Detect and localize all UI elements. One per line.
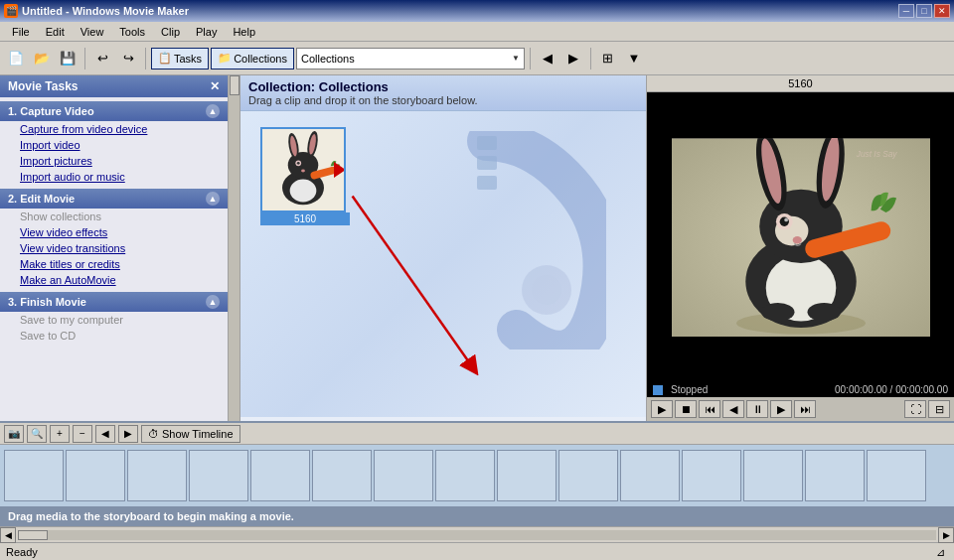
- step-forward-button[interactable]: ▶: [770, 400, 792, 418]
- minimize-button[interactable]: ─: [898, 4, 914, 18]
- sidebar-header: Movie Tasks ✕: [0, 75, 228, 97]
- menu-clip[interactable]: Clip: [153, 24, 188, 40]
- collections-toggle[interactable]: 📁 Collections: [211, 48, 294, 70]
- frame-13[interactable]: [805, 450, 865, 501]
- scroll-thumb[interactable]: [18, 530, 48, 540]
- split-button[interactable]: ⊟: [928, 400, 950, 418]
- link-import-video[interactable]: Import video: [0, 137, 228, 153]
- storyboard-search-button[interactable]: 🔍: [27, 425, 47, 443]
- combo-arrow-icon: ▼: [512, 54, 520, 63]
- svg-point-31: [779, 216, 788, 225]
- collections-subtitle: Drag a clip and drop it on the storyboar…: [248, 94, 638, 106]
- close-button[interactable]: ✕: [934, 4, 950, 18]
- frame-14[interactable]: [867, 450, 926, 501]
- clip-image[interactable]: [260, 127, 346, 212]
- open-button[interactable]: 📂: [30, 47, 54, 70]
- collections-header: Collection: Collections Drag a clip and …: [240, 75, 646, 111]
- stop-button[interactable]: ⏹: [675, 400, 697, 418]
- storyboard-toolbar: 📷 🔍 + − ◀ ▶ ⏱ Show Timeline: [0, 423, 954, 445]
- storyboard-zoom-in-button[interactable]: +: [50, 425, 70, 443]
- link-view-effects[interactable]: View video effects: [0, 224, 228, 240]
- frame-5[interactable]: [312, 450, 372, 501]
- scroll-track[interactable]: [18, 530, 936, 540]
- drag-hint: Drag media to the storyboard to begin ma…: [0, 506, 954, 526]
- frame-3[interactable]: [189, 450, 248, 501]
- collection-combo-value: Collections: [301, 53, 355, 65]
- clip-thumbnail[interactable]: 5160: [260, 127, 350, 225]
- preview-timecode: 00:00:00.00 / 00:00:00.00: [835, 384, 948, 395]
- fullscreen-button[interactable]: ⛶: [904, 400, 926, 418]
- frame-0[interactable]: [4, 450, 64, 501]
- frame-6[interactable]: [374, 450, 433, 501]
- sidebar-scroll-thumb[interactable]: [230, 75, 239, 95]
- menu-play[interactable]: Play: [188, 24, 225, 40]
- svg-point-14: [297, 162, 300, 165]
- step-back-button[interactable]: ◀: [722, 400, 744, 418]
- frame-8[interactable]: [497, 450, 556, 501]
- svg-point-36: [807, 302, 840, 321]
- storyboard-next-button[interactable]: ▶: [118, 425, 138, 443]
- redo-button[interactable]: ↪: [116, 47, 140, 70]
- sidebar-scrollbar[interactable]: [229, 75, 240, 421]
- frame-11[interactable]: [682, 450, 741, 501]
- rewind-button[interactable]: ⏮: [699, 400, 720, 418]
- menu-tools[interactable]: Tools: [111, 24, 153, 40]
- collection-dropdown[interactable]: Collections ▼: [296, 48, 525, 70]
- frame-2[interactable]: [127, 450, 187, 501]
- svg-rect-1: [477, 156, 497, 170]
- tasks-toggle[interactable]: 📋 Tasks: [151, 48, 209, 70]
- view-arrow-button[interactable]: ▼: [622, 47, 646, 70]
- resize-grip[interactable]: ⊿: [936, 546, 948, 558]
- scroll-left-button[interactable]: ◀: [0, 527, 16, 543]
- fast-forward-button[interactable]: ⏭: [794, 400, 816, 418]
- frame-12[interactable]: [743, 450, 803, 501]
- menu-view[interactable]: View: [73, 24, 112, 40]
- frame-1[interactable]: [66, 450, 125, 501]
- svg-point-32: [784, 217, 788, 221]
- play-button[interactable]: ▶: [651, 400, 673, 418]
- link-view-transitions[interactable]: View video transitions: [0, 240, 228, 256]
- svg-point-8: [290, 180, 317, 203]
- svg-line-17: [353, 196, 473, 367]
- section-edit-expand[interactable]: ▲: [206, 192, 220, 206]
- nav-forward-button[interactable]: ▶: [561, 47, 585, 70]
- section-capture[interactable]: 1. Capture Video ▲: [0, 101, 228, 121]
- clip-label: 5160: [260, 212, 350, 225]
- section-edit[interactable]: 2. Edit Movie ▲: [0, 189, 228, 209]
- menu-edit[interactable]: Edit: [38, 24, 73, 40]
- frame-10[interactable]: [620, 450, 680, 501]
- horizontal-scrollbar[interactable]: ◀ ▶: [0, 526, 954, 542]
- scroll-right-button[interactable]: ▶: [938, 527, 954, 543]
- view-toggle-button[interactable]: ⊞: [596, 47, 620, 70]
- section-finish[interactable]: 3. Finish Movie ▲: [0, 292, 228, 312]
- frame-9[interactable]: [558, 450, 618, 501]
- link-capture-device[interactable]: Capture from video device: [0, 121, 228, 137]
- preview-status-bar: Stopped 00:00:00.00 / 00:00:00.00: [647, 382, 954, 397]
- section-capture-expand[interactable]: ▲: [206, 104, 220, 118]
- transport-controls: ▶ ⏹ ⏮ ◀ ⏸ ▶ ⏭ ⛶ ⊟: [647, 397, 954, 421]
- maximize-button[interactable]: □: [916, 4, 932, 18]
- storyboard-zoom-out-button[interactable]: −: [73, 425, 92, 443]
- save-button[interactable]: 💾: [56, 47, 80, 70]
- undo-button[interactable]: ↩: [90, 47, 114, 70]
- link-make-automovie[interactable]: Make an AutoMovie: [0, 272, 228, 288]
- frame-7[interactable]: [435, 450, 495, 501]
- menu-help[interactable]: Help: [225, 24, 263, 40]
- new-button[interactable]: 📄: [4, 47, 28, 70]
- pause-button[interactable]: ⏸: [746, 400, 768, 418]
- link-import-audio[interactable]: Import audio or music: [0, 169, 228, 185]
- section-finish-expand[interactable]: ▲: [206, 295, 220, 309]
- frame-4[interactable]: [250, 450, 310, 501]
- preview-image: Just Is Say: [672, 138, 930, 337]
- storyboard-camera-button[interactable]: 📷: [4, 425, 24, 443]
- show-timeline-button[interactable]: ⏱ Show Timeline: [141, 425, 240, 443]
- clip-play-indicator: [334, 162, 346, 178]
- nav-back-button[interactable]: ◀: [536, 47, 559, 70]
- storyboard-prev-button[interactable]: ◀: [95, 425, 115, 443]
- sidebar-close-icon[interactable]: ✕: [210, 79, 220, 93]
- link-make-titles[interactable]: Make titles or credits: [0, 256, 228, 272]
- collections-tab-label: Collections: [234, 53, 287, 65]
- link-import-pictures[interactable]: Import pictures: [0, 153, 228, 169]
- toolbar-sep-3: [530, 48, 531, 70]
- menu-file[interactable]: File: [4, 24, 38, 40]
